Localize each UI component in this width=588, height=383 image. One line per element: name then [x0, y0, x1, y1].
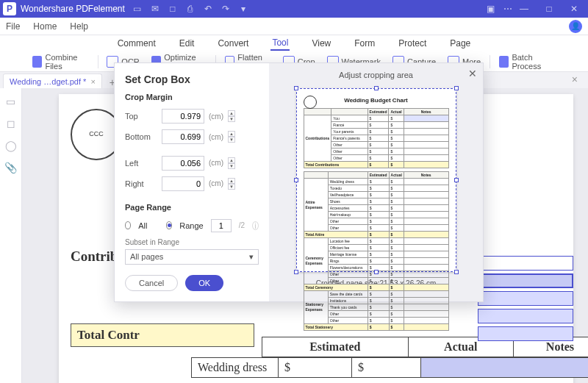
bookmarks-icon[interactable]: ◻ [7, 118, 15, 129]
print-icon[interactable]: ⎙ [185, 4, 196, 14]
tool-combine[interactable]: Combine Files [29, 53, 92, 71]
crop-handle-bl[interactable] [294, 270, 298, 274]
mail-icon[interactable]: □ [168, 4, 178, 14]
radio-range-label: Range [179, 221, 203, 230]
form-field[interactable] [478, 291, 573, 306]
cancel-label: Cancel [139, 279, 164, 287]
tab-protect[interactable]: Protect [397, 37, 428, 50]
form-field[interactable] [478, 256, 573, 271]
range-info-icon[interactable]: i [252, 221, 259, 230]
tab-convert[interactable]: Convert [216, 37, 250, 50]
menu-file[interactable]: File [6, 21, 20, 32]
crop-handle-bm[interactable] [374, 270, 379, 274]
thumbnails-icon[interactable]: ▭ [6, 96, 15, 107]
tab-form[interactable]: Form [353, 37, 376, 50]
menubar: File Home Help 👤 [0, 18, 588, 35]
save-icon[interactable]: ✉ [150, 4, 160, 14]
tab-view[interactable]: View [310, 37, 332, 50]
user-avatar[interactable]: 👤 [569, 20, 582, 33]
crop-handle-tl[interactable] [294, 86, 298, 90]
dropdown-icon[interactable]: ▾ [238, 4, 248, 14]
crop-handle-mr[interactable] [454, 178, 459, 182]
crop-handle-tm[interactable] [374, 86, 379, 90]
combine-icon [32, 56, 42, 68]
subset-select[interactable]: All pages ▾ [125, 249, 259, 265]
form-field[interactable] [478, 309, 573, 323]
margin-left-input[interactable] [162, 156, 204, 171]
margin-right-unit: (cm) [209, 179, 223, 187]
document-tab-label: Wedding …dget.pdf * [10, 77, 86, 86]
margin-top-label: Top [125, 112, 157, 121]
doc-form-fields [478, 256, 573, 344]
close-button[interactable]: ✕ [563, 4, 585, 14]
window-buttons: — □ ✕ [513, 4, 585, 14]
margin-top-spinner[interactable]: ▲▼ [228, 110, 235, 122]
redo-icon[interactable]: ↷ [220, 4, 231, 14]
preview-wrap[interactable]: Wedding Budget Chart EstimatedActualNote… [292, 84, 461, 276]
undo-icon[interactable]: ↶ [203, 4, 213, 14]
dialog-close-icon[interactable]: ✕ [468, 68, 477, 79]
margin-right-input[interactable] [162, 176, 204, 191]
radio-all[interactable] [125, 221, 131, 229]
form-field-selected[interactable] [478, 273, 573, 288]
menu-help[interactable]: Help [70, 21, 88, 32]
form-field[interactable] [478, 326, 573, 341]
more-icon[interactable]: ⋯ [503, 4, 513, 14]
cancel-button[interactable]: Cancel [125, 275, 178, 291]
crop-rectangle[interactable] [296, 88, 456, 272]
maximize-button[interactable]: □ [538, 4, 560, 14]
dialog-preview-panel: Adjust cropping area Wedding Budget Char… [269, 63, 483, 301]
app-logo: P [3, 2, 16, 15]
dialog-left-panel: Set Crop Box Crop Margin Top (cm) ▲▼ Bot… [115, 63, 269, 301]
margin-right-spinner[interactable]: ▲▼ [228, 178, 235, 190]
crop-handle-tr[interactable] [454, 86, 459, 90]
margin-left-row: Left (cm) ▲▼ [125, 156, 259, 171]
attachments-icon[interactable]: 📎 [4, 162, 17, 173]
range-from-input[interactable] [211, 219, 232, 232]
comments-icon[interactable]: ◯ [5, 140, 17, 151]
margin-bottom-input[interactable] [162, 129, 204, 144]
dialog-title: Set Crop Box [125, 74, 259, 85]
doc-total-contributions: Total Contr [71, 323, 254, 347]
margin-top-input[interactable] [162, 109, 204, 124]
titlebar-quick-icons: ▭ ✉ □ ⎙ ↶ ↷ ▾ [132, 4, 248, 14]
minimize-button[interactable]: — [513, 4, 535, 14]
range-of: /2 [239, 221, 245, 229]
tab-close-icon[interactable]: × [90, 77, 95, 86]
tab-comment[interactable]: Comment [116, 37, 157, 50]
chevron-down-icon: ▾ [249, 252, 254, 262]
margin-top-row: Top (cm) ▲▼ [125, 109, 259, 124]
margin-left-spinner[interactable]: ▲▼ [228, 157, 235, 169]
share-icon[interactable]: ▣ [485, 4, 495, 14]
crop-handle-ml[interactable] [294, 178, 298, 182]
crop-dialog: ✕ Set Crop Box Crop Margin Top (cm) ▲▼ B… [114, 62, 484, 302]
ok-button[interactable]: OK [185, 275, 223, 291]
margin-bottom-spinner[interactable]: ▲▼ [228, 131, 235, 143]
crop-handle-br[interactable] [454, 270, 459, 274]
close-panel-icon[interactable]: × [572, 74, 578, 85]
tab-tool[interactable]: Tool [270, 36, 290, 51]
margin-bottom-label: Bottom [125, 132, 157, 141]
preview-caption-top: Adjust cropping area [339, 71, 413, 79]
th-estimated: Estimated [262, 337, 409, 357]
ribbon-tabs: Comment Edit Convert Tool View Form Prot… [0, 35, 588, 51]
doc-logo-text: CCC [89, 131, 104, 138]
menu-home[interactable]: Home [33, 21, 57, 32]
dialog-buttons: Cancel OK [125, 265, 259, 291]
left-sidebar: ▭ ◻ ◯ 📎 [0, 88, 22, 383]
subset-label: Subset in Range [125, 238, 259, 246]
row-act: $ [352, 358, 421, 378]
tool-batch[interactable]: Batch Process [496, 53, 559, 71]
open-icon[interactable]: ▭ [132, 4, 143, 14]
margin-bottom-unit: (cm) [209, 133, 223, 141]
tab-edit[interactable]: Edit [178, 37, 196, 50]
margin-bottom-row: Bottom (cm) ▲▼ [125, 129, 259, 144]
tab-page[interactable]: Page [448, 37, 472, 50]
crop-margin-heading: Crop Margin [125, 93, 259, 101]
radio-range[interactable] [166, 221, 172, 229]
ok-label: OK [198, 279, 210, 287]
page-range-row: All Range /2 i [125, 219, 259, 232]
page-range-heading: Page Range [125, 203, 259, 212]
document-tab[interactable]: Wedding …dget.pdf * × [3, 74, 102, 88]
toolbar-sep [490, 55, 490, 68]
